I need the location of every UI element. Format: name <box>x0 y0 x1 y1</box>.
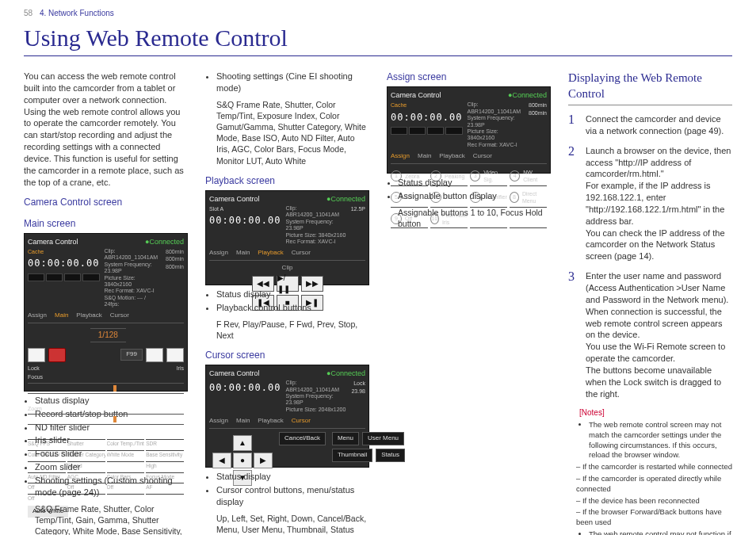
step-body: Enter the user name and password (Access… <box>586 270 732 399</box>
main-screen-shot: Camera Control ●Connected Cache 00:00:00… <box>24 233 188 392</box>
focus-slider[interactable] <box>28 383 184 394</box>
connected-status: ●Connected <box>326 369 365 378</box>
dial-plus[interactable] <box>166 348 184 362</box>
tab-cursor[interactable]: Cursor <box>473 152 492 161</box>
page-number: 58 <box>24 9 32 17</box>
rate-3: 800min <box>166 263 184 270</box>
tab-main[interactable]: Main <box>236 417 250 426</box>
lock-toggle[interactable] <box>28 348 45 362</box>
step-body: Connect the camcorder and device via a n… <box>586 113 732 137</box>
clip-info: Clip: ABR14200_11041AM System Frequency:… <box>104 248 161 308</box>
dial-minus[interactable] <box>146 348 163 362</box>
tab-playback[interactable]: Playback <box>258 249 283 258</box>
connected-status: ●Connected <box>145 237 184 246</box>
tab-cursor[interactable]: Cursor <box>292 417 311 426</box>
lock-text: Lock <box>28 365 40 372</box>
tabs: Assign Main Playback Cursor <box>28 309 184 323</box>
clip-info: Clip: ABR14200_11041AM System Frequency:… <box>285 380 346 413</box>
tab-playback[interactable]: Playback <box>258 417 283 426</box>
left-button[interactable]: ◀ <box>212 453 231 468</box>
playback-heading: Playback screen <box>205 174 369 187</box>
note-sub: – If the browser Forward/Back buttons ha… <box>576 507 732 528</box>
right-button[interactable]: ▶ <box>254 453 273 468</box>
rate-1: 800min <box>166 248 184 255</box>
cursor-heading: Cursor screen <box>205 349 369 361</box>
menu-button[interactable]: Menu <box>332 432 359 445</box>
shot-title: Camera Control <box>209 194 260 204</box>
play-pause-button[interactable]: ▶/❚❚ <box>277 276 299 292</box>
tab-cursor[interactable]: Cursor <box>292 249 311 258</box>
playback-sub: F Rev, Play/Pause, F Fwd, Prev, Stop, Ne… <box>216 319 369 341</box>
note-sub: – If the camcorder is operated directly … <box>576 474 732 495</box>
shot-title: Camera Control <box>28 237 78 246</box>
iris-text: Iris <box>177 365 184 372</box>
ffwd-button[interactable]: ▶▶ <box>301 276 323 292</box>
note-sub: – If the device has been reconnected <box>576 496 732 506</box>
set-button[interactable]: ● <box>233 453 252 468</box>
step-num: 2 <box>568 145 579 262</box>
cursor-shot: Camera Control ●Connected 00:00:00.00 Cl… <box>205 365 369 468</box>
bullet: Shooting settings (Cine EI shooting mode… <box>216 71 369 94</box>
tab-assign[interactable]: Assign <box>209 249 228 258</box>
up-button[interactable]: ▲ <box>233 435 252 451</box>
assign-heading: Assign screen <box>387 71 551 83</box>
tab-assign[interactable]: Assign <box>209 417 228 426</box>
tab-main[interactable]: Main <box>236 249 250 258</box>
step-1: 1 Connect the camcorder and device via a… <box>568 113 732 137</box>
rate-2: 800min <box>166 255 184 262</box>
clip-info: Clip: ABR14200_11041AM System Frequency:… <box>285 205 346 245</box>
note: The web remote control may not function … <box>589 529 732 535</box>
tab-main[interactable]: Main <box>418 152 431 161</box>
connected-status: ●Connected <box>508 90 547 100</box>
cursor-sub: Up, Left, Set, Right, Down, Cancel/Back,… <box>216 513 369 535</box>
playback-shot: Camera Control ●Connected Slot A 00:00:0… <box>205 190 369 285</box>
cursor-bullets: Status display Cursor control buttons, m… <box>205 471 369 508</box>
camera-control-heading: Camera Control screen <box>24 196 188 208</box>
right-heading: Displaying the Web Remote Control <box>568 71 732 105</box>
tab-playback[interactable]: Playback <box>76 311 101 320</box>
step-num: 3 <box>568 270 579 399</box>
page-title: Using Web Remote Control <box>24 22 732 57</box>
bullet: Cursor control buttons, menu/status disp… <box>216 484 369 508</box>
main-screen-heading: Main screen <box>24 217 188 230</box>
dial-value: F99 <box>120 349 143 361</box>
cine-bullet-list: Shooting settings (Cine EI shooting mode… <box>205 71 369 94</box>
record-button[interactable] <box>48 348 66 362</box>
clip-label: Clip <box>209 264 365 273</box>
timecode: 00:00:00.00 <box>209 212 281 228</box>
cine-sub: S&Q Frame Rate, Shutter, Color Temp/Tint… <box>216 99 369 166</box>
note: The web remote control screen may not ma… <box>589 420 732 460</box>
step-num: 1 <box>568 113 579 137</box>
notes-label: [Notes] <box>579 407 732 418</box>
cache-label: Cache <box>28 248 99 255</box>
notes-list-2: The web remote control may not function … <box>579 529 732 535</box>
nd-fraction: 1/128 <box>90 328 126 342</box>
slot-label: Slot A <box>209 205 281 212</box>
rate: 12.5P <box>351 205 365 212</box>
tab-assign[interactable]: Assign <box>28 311 47 320</box>
zoom-slider[interactable] <box>28 414 184 425</box>
section-name: 4. Network Functions <box>40 9 114 17</box>
timecode: 00:00:00.00 <box>391 109 462 125</box>
connected-status: ●Connected <box>326 194 365 204</box>
page-header: 58 4. Network Functions <box>24 8 732 19</box>
step-2: 2 Launch a browser on the device, then a… <box>568 145 732 262</box>
rate-1: 800min <box>529 101 547 109</box>
thumbnail-button[interactable]: Thumbnail <box>332 449 372 462</box>
tab-cursor[interactable]: Cursor <box>110 311 129 320</box>
assign-shot: Camera Control ●Connected Cache 00:00:00… <box>387 86 551 174</box>
tab-playback[interactable]: Playback <box>439 152 464 161</box>
lock-label: Lock <box>351 380 365 387</box>
step-3: 3 Enter the user name and password (Acce… <box>568 270 732 399</box>
shot-title: Camera Control <box>209 369 260 378</box>
step-body: Launch a browser on the device, then acc… <box>586 145 732 262</box>
tab-assign[interactable]: Assign <box>391 152 410 161</box>
intro-text: You can access the web remote control bu… <box>24 71 188 188</box>
main-sub: S&Q Frame Rate, Shutter, Color Temp/Tint… <box>35 503 188 535</box>
cancel-back-button[interactable]: Cancel/Back <box>279 432 326 445</box>
tab-main[interactable]: Main <box>55 311 68 320</box>
focus-text: Focus <box>28 373 184 380</box>
note-sub: – If the camcorder is restarted while co… <box>576 462 732 472</box>
timecode: 00:00:00.00 <box>28 255 99 271</box>
rate: 23.98 <box>351 388 365 395</box>
